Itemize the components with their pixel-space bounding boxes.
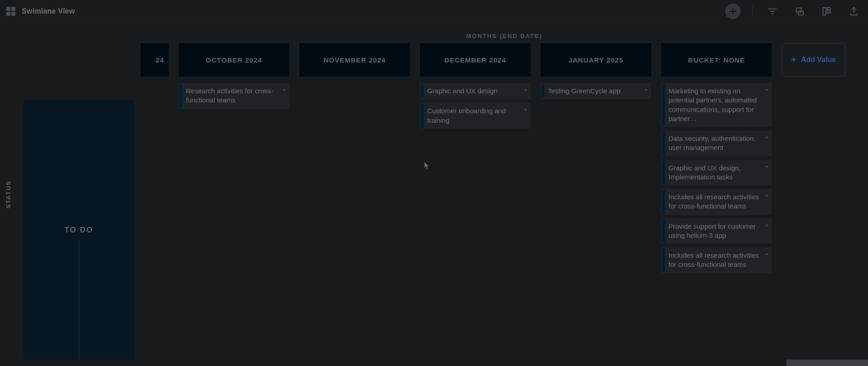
swimlane-label: TO DO <box>64 226 93 235</box>
column-header[interactable]: NOVEMBER 2024 <box>299 43 410 77</box>
task-card[interactable]: Includes all research activities for cro… <box>661 189 772 215</box>
column-nov24: NOVEMBER 2024 <box>299 43 410 360</box>
column-header[interactable]: DECEMBER 2024 <box>420 43 531 77</box>
horizontal-scrollbar-thumb[interactable] <box>786 360 868 366</box>
column-body[interactable] <box>141 77 169 360</box>
column-dec24: DECEMBER 2024 Graphic and UX design ▾ Cu… <box>420 43 531 360</box>
task-card[interactable]: Testing GreenCycle app ▾ <box>541 83 651 99</box>
add-value-button[interactable]: + Add Value <box>782 43 845 77</box>
column-jan25: JANUARY 2025 Testing GreenCycle app ▾ <box>541 43 651 360</box>
swimlane-todo[interactable]: TO DO <box>24 100 134 360</box>
column-body[interactable]: Marketing to existing an potential partn… <box>661 77 772 360</box>
task-card[interactable]: Includes all research activities for cro… <box>661 247 772 273</box>
task-card[interactable]: Data security, authentication, user mana… <box>661 130 772 156</box>
card-menu-icon[interactable]: ▾ <box>766 164 768 170</box>
task-card[interactable]: Marketing to existing an potential partn… <box>661 83 772 127</box>
columns-container: 24 OCTOBER 2024 Research activities for … <box>141 43 868 360</box>
filter-button[interactable] <box>765 4 780 19</box>
svg-rect-5 <box>827 7 830 10</box>
app-toolbar: Swimlane View <box>0 0 868 23</box>
column-oct24: OCTOBER 2024 Research activities for cro… <box>179 43 289 360</box>
toolbar-right <box>725 4 862 19</box>
card-menu-icon[interactable]: ▾ <box>524 87 527 93</box>
card-menu-icon[interactable]: ▾ <box>766 134 768 141</box>
main-area: STATUS TO DO MONTHS (END DATE) 24 OCTOBE… <box>0 23 868 366</box>
card-menu-icon[interactable]: ▾ <box>766 87 768 93</box>
cards-settings-button[interactable] <box>792 4 807 19</box>
card-menu-icon[interactable]: ▾ <box>766 222 768 229</box>
column-body[interactable] <box>299 77 410 360</box>
card-menu-icon[interactable]: ▾ <box>524 106 527 113</box>
card-menu-icon[interactable]: ▾ <box>645 87 648 93</box>
card-menu-icon[interactable]: ▾ <box>283 87 286 93</box>
task-card[interactable]: Graphic and UX design ▾ <box>420 83 531 99</box>
plus-icon: + <box>791 55 796 64</box>
export-button[interactable] <box>846 4 862 19</box>
apps-icon[interactable] <box>6 7 15 16</box>
view-title: Swimlane View <box>22 7 75 15</box>
svg-rect-6 <box>827 11 830 13</box>
card-menu-icon[interactable]: ▾ <box>766 251 768 258</box>
layout-button[interactable] <box>819 4 834 19</box>
task-card[interactable]: Provide support for customer using heliu… <box>661 218 772 244</box>
task-card[interactable]: Customer onboarding and training ▾ <box>420 103 531 129</box>
task-card[interactable]: Graphic and UX design, Implementation ta… <box>661 160 772 186</box>
column-sep24-partial: 24 <box>141 43 169 360</box>
toolbar-separator <box>752 5 753 18</box>
card-menu-icon[interactable]: ▾ <box>766 193 768 199</box>
column-header[interactable]: OCTOBER 2024 <box>179 43 289 77</box>
board: MONTHS (END DATE) 24 OCTOBER 2024 Resear… <box>141 27 868 366</box>
task-card[interactable]: Research activities for cross-functional… <box>179 83 289 109</box>
column-header[interactable]: 24 <box>141 43 169 77</box>
column-body[interactable]: Graphic and UX design ▾ Customer onboard… <box>420 77 531 360</box>
column-body[interactable]: Research activities for cross-functional… <box>179 77 289 360</box>
status-axis-label: STATUS <box>0 23 16 366</box>
add-button[interactable] <box>725 4 741 19</box>
column-body[interactable]: Testing GreenCycle app ▾ <box>541 77 651 360</box>
column-header[interactable]: JANUARY 2025 <box>541 43 651 77</box>
columns-axis-label: MONTHS (END DATE) <box>141 33 868 39</box>
svg-rect-4 <box>823 7 826 15</box>
column-header[interactable]: BUCKET: NONE <box>661 43 772 77</box>
column-bucket-none: BUCKET: NONE Marketing to existing an po… <box>661 43 772 360</box>
